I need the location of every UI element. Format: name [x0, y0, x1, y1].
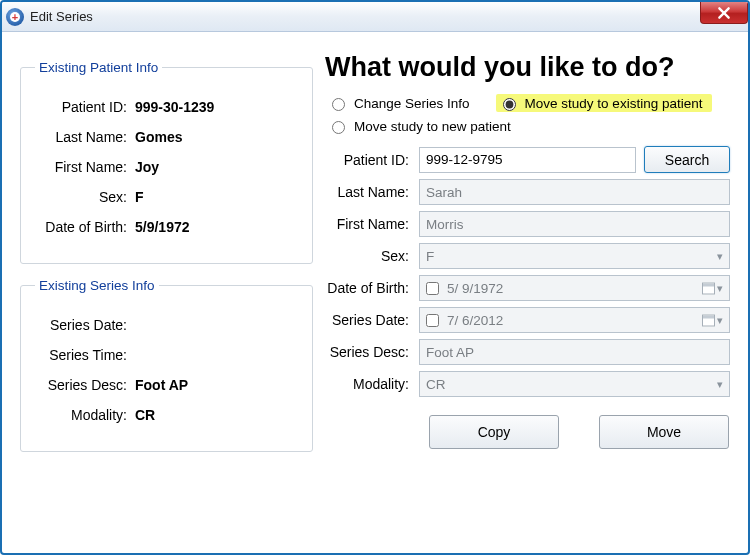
label-patient-id: Patient ID:: [35, 99, 135, 115]
value-series-desc: Foot AP: [135, 377, 188, 393]
form-label-first-name: First Name:: [321, 216, 419, 232]
label-dob: Date of Birth:: [35, 219, 135, 235]
patient-id-input[interactable]: [419, 147, 636, 173]
form-label-modality: Modality:: [321, 376, 419, 392]
close-icon: [717, 6, 731, 20]
action-radio-group: Change Series Info Move study to existin…: [327, 91, 730, 134]
dob-value: 5/ 9/1972: [447, 281, 503, 296]
close-button[interactable]: [700, 2, 748, 24]
label-series-time: Series Time:: [35, 347, 135, 363]
chevron-down-icon: ▾: [717, 314, 723, 327]
modality-select: CR ▾: [419, 371, 730, 397]
label-first-name: First Name:: [35, 159, 135, 175]
modality-select-value: CR: [426, 377, 446, 392]
calendar-icon: [702, 282, 715, 294]
radio-move-existing-input[interactable]: [503, 98, 516, 111]
value-modality: CR: [135, 407, 155, 423]
radio-move-existing[interactable]: Move study to existing patient: [496, 94, 713, 112]
form-label-patient-id: Patient ID:: [321, 152, 419, 168]
last-name-input: [419, 179, 730, 205]
move-button[interactable]: Move: [599, 415, 729, 449]
radio-move-new-label: Move study to new patient: [354, 119, 511, 134]
existing-patient-panel: Existing Patient Info Patient ID:999-30-…: [20, 60, 313, 264]
series-desc-input: [419, 339, 730, 365]
chevron-down-icon: ▾: [717, 282, 723, 295]
value-first-name: Joy: [135, 159, 159, 175]
value-patient-id: 999-30-1239: [135, 99, 214, 115]
form-label-sex: Sex:: [321, 248, 419, 264]
radio-change-series-label: Change Series Info: [354, 96, 470, 111]
label-modality: Modality:: [35, 407, 135, 423]
label-series-date: Series Date:: [35, 317, 135, 333]
window-title: Edit Series: [30, 9, 93, 24]
dob-datepicker[interactable]: 5/ 9/1972 ▾: [419, 275, 730, 301]
radio-change-series[interactable]: Change Series Info: [327, 94, 470, 112]
chevron-down-icon: ▾: [717, 378, 723, 391]
existing-series-panel: Existing Series Info Series Date: Series…: [20, 278, 313, 452]
radio-move-new-input[interactable]: [332, 121, 345, 134]
value-sex: F: [135, 189, 144, 205]
form-label-series-date: Series Date:: [321, 312, 419, 328]
form-label-dob: Date of Birth:: [321, 280, 419, 296]
app-icon: [6, 8, 24, 26]
label-series-desc: Series Desc:: [35, 377, 135, 393]
copy-button[interactable]: Copy: [429, 415, 559, 449]
chevron-down-icon: ▾: [717, 250, 723, 263]
value-last-name: Gomes: [135, 129, 182, 145]
label-sex: Sex:: [35, 189, 135, 205]
dob-checkbox[interactable]: [426, 282, 439, 295]
page-heading: What would you like to do?: [325, 52, 730, 83]
radio-move-new[interactable]: Move study to new patient: [327, 118, 730, 134]
radio-change-series-input[interactable]: [332, 98, 345, 111]
calendar-icon: [702, 314, 715, 326]
existing-patient-legend: Existing Patient Info: [35, 60, 162, 75]
series-date-checkbox[interactable]: [426, 314, 439, 327]
series-date-datepicker[interactable]: 7/ 6/2012 ▾: [419, 307, 730, 333]
form-label-series-desc: Series Desc:: [321, 344, 419, 360]
radio-move-existing-label: Move study to existing patient: [525, 96, 703, 111]
sex-select-value: F: [426, 249, 434, 264]
titlebar: Edit Series: [2, 2, 748, 32]
value-dob: 5/9/1972: [135, 219, 190, 235]
first-name-input: [419, 211, 730, 237]
form-label-last-name: Last Name:: [321, 184, 419, 200]
label-last-name: Last Name:: [35, 129, 135, 145]
series-date-value: 7/ 6/2012: [447, 313, 503, 328]
existing-series-legend: Existing Series Info: [35, 278, 159, 293]
sex-select: F ▾: [419, 243, 730, 269]
search-button[interactable]: Search: [644, 146, 730, 173]
